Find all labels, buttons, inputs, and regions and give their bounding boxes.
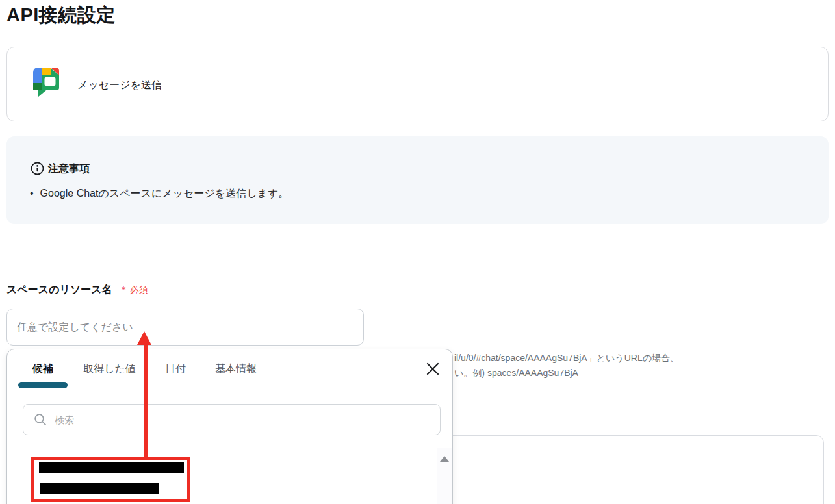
annotation-highlight-box [31, 457, 190, 502]
annotation-arrow-head-icon [137, 331, 151, 345]
notice-item-text: Google Chatのスペースにメッセージを送信します。 [40, 188, 289, 199]
bullet-icon: • [30, 188, 34, 199]
help-text-line-2: い。例) spaces/AAAAgSu7BjA [454, 368, 578, 379]
tab-basic-info[interactable]: 基本情報 [215, 362, 257, 376]
service-card-label: メッセージを送信 [77, 79, 162, 92]
notice-item: •Google Chatのスペースにメッセージを送信します。 [30, 187, 289, 201]
search-icon [34, 413, 47, 426]
required-asterisk: ＊ [119, 284, 129, 295]
tab-candidates[interactable]: 候補 [32, 362, 53, 376]
page-title: API接続設定 [6, 3, 116, 29]
popup-tab-bar: 候補 取得した値 日付 基本情報 [7, 349, 452, 390]
notice-title: 注意事項 [48, 162, 90, 176]
close-button[interactable] [421, 357, 444, 381]
close-icon [426, 362, 440, 376]
notice-box: 注意事項 •Google Chatのスペースにメッセージを送信します。 [6, 136, 829, 224]
help-text-line-1: il/u/0/#chat/space/AAAAgSu7BjA」というURLの場合… [454, 353, 679, 364]
annotation-arrow-shaft [144, 344, 148, 458]
service-card[interactable]: メッセージを送信 [6, 47, 829, 121]
required-badge: 必須 [130, 284, 148, 295]
tab-date[interactable]: 日付 [165, 362, 186, 376]
popup-search-input[interactable] [53, 414, 440, 426]
active-tab-underline [18, 382, 68, 388]
field-label-row: スペースのリソース名＊必須 [6, 283, 148, 297]
tab-retrieved-values[interactable]: 取得した値 [83, 362, 136, 376]
google-chat-icon [33, 68, 59, 97]
info-icon [31, 162, 44, 175]
space-resource-name-input[interactable] [6, 309, 364, 346]
popup-search-box[interactable] [23, 404, 441, 435]
message-body-field[interactable] [390, 435, 824, 504]
scroll-up-arrow-icon[interactable] [440, 456, 449, 462]
field-label: スペースのリソース名 [6, 284, 112, 295]
popup-scrollbar[interactable] [437, 448, 452, 504]
